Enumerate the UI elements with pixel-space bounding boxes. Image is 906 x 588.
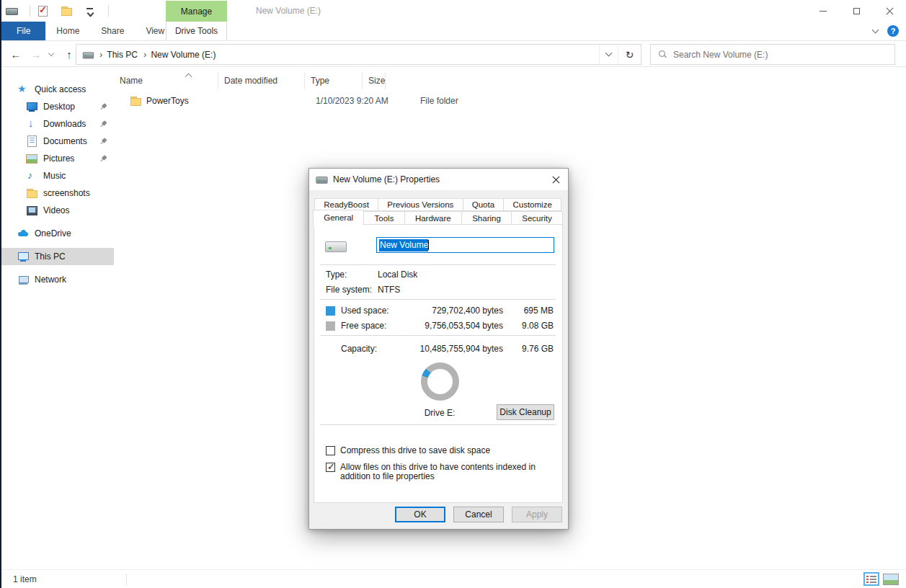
checkbox-row[interactable]: Allow files on this drive to have conten… — [326, 463, 555, 481]
column-header-label: Name — [120, 76, 143, 86]
pin-icon — [98, 102, 108, 112]
sidebar-item-label: Documents — [43, 136, 87, 146]
sidebar-item-label: Network — [35, 275, 66, 285]
dialog-titlebar: New Volume (E:) Properties — [309, 169, 568, 190]
dialog-buttons: OK Cancel Apply — [395, 507, 562, 522]
dialog-tab[interactable]: Sharing — [461, 211, 512, 225]
recent-locations-button[interactable] — [45, 41, 57, 67]
back-button[interactable]: ← — [7, 41, 25, 67]
checkbox-label: Allow files on this drive to have conten… — [340, 463, 555, 481]
breadcrumb-item[interactable]: New Volume (E:) — [151, 50, 216, 60]
breadcrumb: › This PC › New Volume (E:) — [76, 45, 599, 64]
ribbon-tabs: File Home Share View — [1, 22, 175, 40]
breadcrumb-item[interactable]: This PC — [107, 50, 138, 60]
drive-icon — [316, 174, 327, 184]
window-titlebar: Manage New Volume (E:) — [0, 0, 906, 22]
customize-qat-icon[interactable] — [84, 5, 96, 17]
sidebar-item[interactable]: Desktop — [0, 98, 114, 115]
sidebar-item-icon — [26, 170, 37, 182]
breadcrumb-separator-icon: › — [95, 49, 107, 60]
dialog-button[interactable]: Apply — [512, 507, 562, 522]
general-tab-page: New Volume Type: Local Disk File system:… — [314, 224, 563, 503]
large-icons-view-button[interactable] — [883, 574, 899, 585]
sidebar-item[interactable]: Downloads — [0, 115, 114, 133]
new-folder-icon[interactable] — [61, 5, 72, 17]
checkbox-row[interactable]: Compress this drive to save disk space — [326, 446, 555, 455]
file-name: PowerToys — [146, 96, 189, 106]
field-label: Type: — [326, 270, 378, 280]
sidebar-item[interactable]: Music — [0, 167, 114, 184]
space-bytes: 9,756,053,504 bytes — [402, 321, 503, 331]
forward-button[interactable]: → — [27, 41, 45, 67]
table-row[interactable]: PowerToys 1/10/2023 9:20 AM File folder — [114, 92, 905, 110]
ribbon-contextual-group-manage[interactable]: Manage — [166, 1, 227, 22]
sidebar-item[interactable]: This PC — [0, 248, 114, 265]
legend-swatch — [326, 321, 335, 331]
dialog-tab[interactable]: Hardware — [404, 211, 462, 225]
ribbon-tab[interactable]: Share — [90, 22, 135, 40]
sidebar-item-label: Desktop — [43, 102, 75, 112]
address-dropdown-button[interactable] — [599, 45, 618, 64]
sidebar-item-label: Music — [43, 171, 66, 181]
sidebar-item[interactable]: Videos — [0, 202, 114, 219]
address-bar[interactable]: › This PC › New Volume (E:) ↻ — [76, 44, 641, 65]
column-header[interactable]: Type — [305, 72, 363, 89]
sidebar-item-icon — [26, 153, 37, 164]
field-value: Local Disk — [378, 270, 417, 280]
maximize-button[interactable] — [840, 0, 873, 22]
file-type: File folder — [414, 96, 501, 106]
dialog-tab[interactable]: Quota — [463, 198, 505, 211]
properties-icon[interactable] — [37, 5, 48, 17]
checkbox[interactable] — [326, 463, 335, 472]
refresh-button[interactable]: ↻ — [618, 45, 641, 64]
sidebar-item[interactable]: Network — [0, 271, 114, 288]
pin-icon — [98, 153, 108, 164]
dialog-close-button[interactable] — [543, 169, 568, 190]
sidebar-item-label: Downloads — [43, 119, 86, 129]
column-header[interactable]: Size — [363, 72, 386, 89]
field-value: NTFS — [378, 285, 400, 295]
ribbon-tab[interactable]: File — [1, 22, 45, 40]
dialog-tab[interactable]: Customize — [503, 198, 561, 211]
screen-left-edge — [0, 0, 1, 588]
checkbox[interactable] — [326, 446, 335, 455]
sort-ascending-icon — [186, 72, 191, 77]
sidebar-item-icon — [26, 187, 37, 199]
minimize-button[interactable] — [807, 0, 840, 22]
quick-access-toolbar — [6, 3, 109, 19]
details-view-button[interactable] — [863, 572, 879, 586]
dialog-button[interactable]: Cancel — [453, 507, 504, 522]
close-button[interactable] — [873, 0, 906, 22]
column-header[interactable]: Date modified — [218, 72, 305, 89]
legend-swatch — [326, 306, 335, 316]
dialog-tab[interactable]: Security — [511, 211, 563, 225]
search-icon — [659, 50, 667, 58]
space-size: 9.08 GB — [503, 321, 554, 331]
breadcrumb-separator-icon: › — [139, 49, 151, 60]
sidebar-item[interactable]: OneDrive — [0, 225, 114, 242]
column-header[interactable]: Name — [114, 72, 218, 89]
maximize-icon — [853, 8, 860, 14]
sidebar-item[interactable]: Documents — [0, 133, 114, 150]
search-placeholder: Search New Volume (E:) — [673, 50, 768, 60]
space-label: Free space: — [341, 321, 402, 331]
volume-label-input[interactable]: New Volume — [376, 237, 554, 253]
chevron-down-icon — [605, 50, 613, 57]
help-icon[interactable]: ? — [887, 25, 899, 37]
search-input[interactable]: Search New Volume (E:) — [650, 44, 895, 65]
ribbon-tab[interactable]: Home — [45, 22, 90, 40]
drive-letter-label: Drive E: — [407, 408, 472, 418]
dialog-tab[interactable]: General — [313, 210, 364, 226]
disk-cleanup-button[interactable]: Disk Cleanup — [497, 404, 554, 420]
column-headers: Name Date modified Type Size — [114, 72, 905, 89]
ribbon-collapse-icon[interactable] — [872, 26, 879, 33]
dialog-tab[interactable]: Tools — [363, 211, 404, 225]
dialog-button[interactable]: OK — [395, 507, 445, 522]
window-controls — [807, 0, 906, 22]
sidebar-item-label: Pictures — [43, 153, 74, 164]
ribbon-tab-drive-tools[interactable]: Drive Tools — [166, 22, 227, 40]
sidebar-item[interactable]: Pictures — [0, 150, 114, 167]
dialog-tab[interactable]: Previous Versions — [378, 198, 463, 211]
sidebar-item[interactable]: screenshots — [0, 184, 114, 202]
sidebar-item[interactable]: Quick access — [0, 81, 114, 98]
